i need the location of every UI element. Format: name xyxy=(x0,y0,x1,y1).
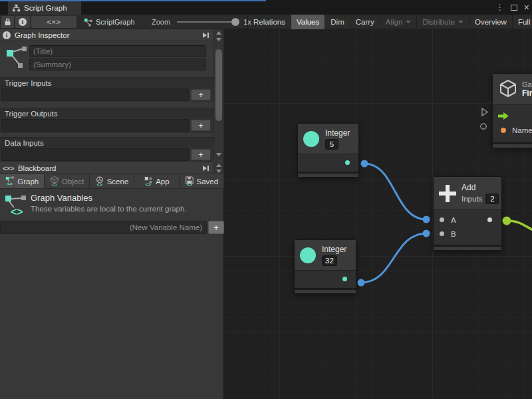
svg-text:<>: <> xyxy=(186,182,192,187)
scroll-up-icon[interactable] xyxy=(216,164,221,167)
unconnected-value-port-icon[interactable] xyxy=(481,124,486,129)
output-port[interactable] xyxy=(342,277,347,281)
control-flow-arrow-icon[interactable] xyxy=(498,112,509,120)
inspect-button[interactable]: i xyxy=(15,16,30,28)
variables-toggle-button[interactable]: <×> xyxy=(31,16,76,28)
inspector-scrollbar[interactable] xyxy=(213,29,223,160)
inputs-count-field[interactable]: 2 xyxy=(485,194,499,204)
window-menu-icon[interactable]: ⋮ xyxy=(496,3,504,12)
wire-integer5-to-add-a[interactable] xyxy=(361,160,430,223)
tab-object-variables[interactable]: <> Object xyxy=(45,174,89,188)
dock-panel-button[interactable] xyxy=(201,31,209,39)
port-label: Name xyxy=(512,126,532,134)
values-button[interactable]: Values xyxy=(291,15,325,29)
output-port[interactable] xyxy=(345,160,350,165)
output-port[interactable] xyxy=(487,217,492,222)
tab-scene-variables[interactable]: <> Scene xyxy=(90,174,134,188)
dock-panel-button[interactable] xyxy=(201,164,209,172)
close-icon[interactable]: × xyxy=(524,4,529,11)
unconnected-control-port-icon[interactable] xyxy=(482,108,487,116)
node-title: Add xyxy=(462,183,499,192)
graph-variables-heading: Graph Variables xyxy=(31,193,92,203)
tab-script-graph[interactable]: Script Graph xyxy=(8,1,81,15)
scroll-down-icon[interactable] xyxy=(216,153,221,156)
add-icon xyxy=(439,185,456,202)
data-inputs-list: + xyxy=(0,148,213,162)
node-title: Integer xyxy=(325,128,350,138)
input-port-b[interactable] xyxy=(440,231,444,236)
tab-app-variables[interactable]: <> App xyxy=(134,174,179,188)
info-icon: i xyxy=(3,31,11,39)
script-graph-tab-icon xyxy=(12,4,21,13)
port-row-a: A xyxy=(434,213,501,227)
data-inputs-header: Data Inputs xyxy=(0,137,213,148)
overview-button[interactable]: Overview xyxy=(469,15,512,29)
scroll-down-icon[interactable] xyxy=(216,38,221,41)
svg-text:<>: <> xyxy=(11,206,23,217)
trigger-inputs-list: + xyxy=(0,88,213,102)
zoom-slider[interactable] xyxy=(177,21,238,23)
node-header[interactable]: Game Object Find xyxy=(493,74,532,105)
scroll-down-icon[interactable] xyxy=(216,170,221,173)
distribute-dropdown[interactable]: Distribute xyxy=(416,15,469,29)
add-trigger-output-button[interactable]: + xyxy=(191,120,211,131)
carry-button[interactable]: Carry xyxy=(350,15,380,29)
integer-type-icon xyxy=(300,247,316,263)
new-variable-name-input[interactable] xyxy=(0,221,207,234)
zoom-slider-handle[interactable] xyxy=(231,18,239,26)
add-data-input-button[interactable]: + xyxy=(191,149,211,160)
node-subtitle: Game Object xyxy=(522,80,532,88)
svg-text:<>: <> xyxy=(7,182,13,186)
string-input-port[interactable] xyxy=(501,128,506,133)
chevron-down-icon xyxy=(458,21,464,23)
wire-integer32-to-add-b[interactable] xyxy=(358,230,430,287)
integer-value-field[interactable]: 5 xyxy=(325,139,338,150)
maximize-icon[interactable] xyxy=(511,5,517,11)
node-integer-5[interactable]: Integer 5 xyxy=(297,123,359,178)
node-footer xyxy=(493,142,532,148)
graph-variables-description: These variables are local to the current… xyxy=(31,205,187,213)
dim-button[interactable]: Dim xyxy=(325,15,349,29)
port-row-b: B xyxy=(434,227,501,241)
toolbar-buttons: Relations Values Dim Carry Align Distrib… xyxy=(247,15,532,29)
node-integer-32[interactable]: Integer 32 xyxy=(294,239,356,294)
input-port-a[interactable] xyxy=(440,217,444,222)
add-trigger-input-button[interactable]: + xyxy=(191,89,211,100)
graph-toolbar: i <×> ScriptGraph Zoom 1x Relations Valu… xyxy=(0,15,532,29)
tab-graph-variables[interactable]: <> Graph xyxy=(0,174,45,188)
node-title: Find xyxy=(522,88,532,98)
lock-icon xyxy=(4,18,11,26)
node-header[interactable]: Add Inputs 2 xyxy=(434,177,501,210)
blackboard-scrollbar[interactable] xyxy=(213,162,223,174)
blackboard-tab-strip: <> Graph <> Object <> Scene xyxy=(0,174,224,189)
inputs-label: Inputs xyxy=(462,195,482,203)
add-variable-button[interactable]: + xyxy=(208,221,224,234)
node-footer xyxy=(298,172,358,177)
wire-add-output[interactable] xyxy=(503,217,532,231)
side-panel: i Graph Inspector Trigger Inputs + Trigg… xyxy=(0,29,224,399)
scroll-up-icon[interactable] xyxy=(216,31,221,35)
zoom-label: Zoom xyxy=(152,18,170,26)
lock-button[interactable] xyxy=(1,16,14,28)
node-game-object-find[interactable]: Game Object Find Name xyxy=(492,73,532,148)
graph-variables-large-icon: <> xyxy=(4,193,28,218)
tab-saved-variables[interactable]: <> Saved xyxy=(180,174,224,188)
graph-inspector-title: Graph Inspector xyxy=(15,31,69,39)
full-screen-button[interactable]: Full Screen xyxy=(512,15,532,29)
graph-summary-field[interactable] xyxy=(29,59,206,70)
relations-button[interactable]: Relations xyxy=(247,15,291,29)
graph-title-field[interactable] xyxy=(29,45,206,57)
svg-text:<>: <> xyxy=(146,182,151,187)
node-add[interactable]: Add Inputs 2 A B xyxy=(433,176,502,251)
empty-list-box xyxy=(1,119,189,132)
zoom-control: Zoom 1x xyxy=(152,15,251,29)
graph-variables-icon: <> xyxy=(5,176,15,186)
node-header[interactable]: Integer 32 xyxy=(295,240,356,271)
integer-value-field[interactable]: 32 xyxy=(322,255,337,266)
align-dropdown[interactable]: Align xyxy=(380,15,417,29)
node-header[interactable]: Integer 5 xyxy=(298,124,358,154)
graph-inspector-header: i Graph Inspector xyxy=(0,29,213,41)
graph-asset-name: ScriptGraph xyxy=(96,18,135,26)
graph-canvas[interactable]: Integer 5 Integer 32 xyxy=(224,29,532,399)
scrollbar-thumb[interactable] xyxy=(215,49,222,121)
